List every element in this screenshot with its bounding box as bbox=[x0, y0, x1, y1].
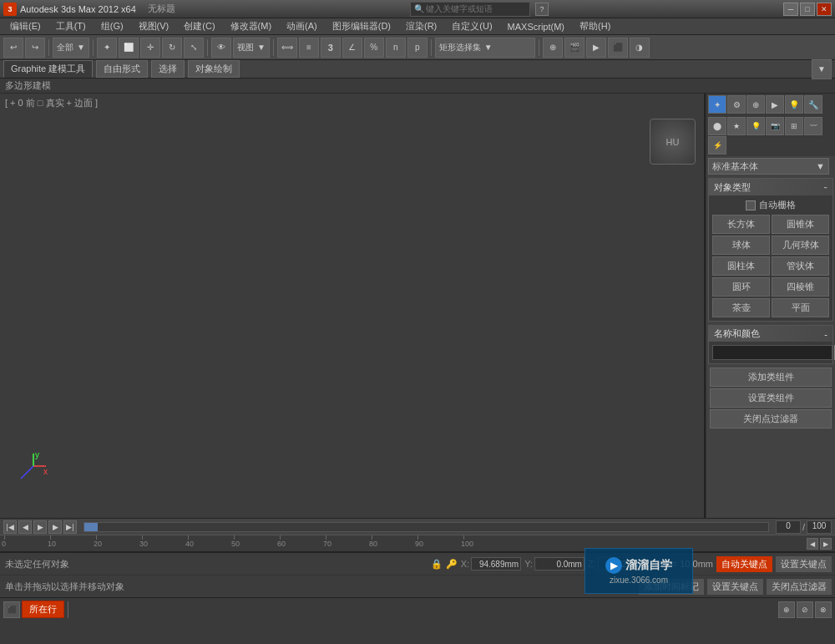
rp-name-input[interactable] bbox=[712, 345, 832, 360]
menu-render[interactable]: 渲染(R) bbox=[399, 18, 443, 34]
menu-view[interactable]: 视图(V) bbox=[132, 18, 176, 34]
rp-tab-hierarchy[interactable]: ⊕ bbox=[746, 95, 765, 114]
snap2d-btn[interactable]: n bbox=[386, 38, 406, 58]
rp-name-color-header[interactable]: 名称和颜色 - bbox=[709, 326, 832, 342]
rp-collapse-btn[interactable]: - bbox=[823, 180, 827, 194]
mirror-btn[interactable]: ⟺ bbox=[277, 38, 297, 58]
coord-x-input[interactable] bbox=[471, 557, 521, 570]
menu-tools[interactable]: 工具(T) bbox=[49, 18, 93, 34]
bt-right2[interactable]: ⊘ bbox=[797, 601, 813, 618]
snap-btn[interactable]: 3 bbox=[321, 38, 341, 58]
bt-right3[interactable]: ⊗ bbox=[815, 601, 832, 618]
menu-edit[interactable]: 编辑(E) bbox=[3, 18, 48, 34]
timeline-slider[interactable] bbox=[84, 522, 769, 532]
rp-plane-btn[interactable]: 平面 bbox=[772, 298, 829, 317]
align-btn[interactable]: ≡ bbox=[299, 38, 319, 58]
rp-spacewarps-btn[interactable]: 〰 bbox=[804, 117, 822, 135]
graphite-expand-btn[interactable]: ▼ bbox=[812, 59, 832, 79]
auto-key-btn[interactable]: 自动关键点 bbox=[716, 556, 772, 572]
help-btn[interactable]: ? bbox=[535, 3, 549, 16]
bt-expand-btn[interactable]: ⬛ bbox=[3, 601, 20, 618]
rp-auto-grid-checkbox[interactable] bbox=[746, 200, 756, 210]
frame-total[interactable]: 100 bbox=[807, 520, 832, 534]
set-key-btn[interactable]: 设置关键点 bbox=[776, 556, 832, 572]
close-filter-btn2[interactable]: 关闭点过滤器 bbox=[767, 579, 832, 595]
minimize-btn[interactable]: ─ bbox=[783, 3, 798, 16]
rp-lights-btn[interactable]: 💡 bbox=[746, 117, 765, 135]
rp-tab-modify[interactable]: ⚙ bbox=[727, 95, 746, 114]
rp-tab-motion[interactable]: ▶ bbox=[766, 95, 784, 114]
render-setup-btn[interactable]: 🎬 bbox=[564, 38, 584, 58]
layer-btn[interactable]: ⊕ bbox=[543, 38, 563, 58]
rp-helpers-btn[interactable]: ⊞ bbox=[785, 117, 803, 135]
rp-cylinder-btn[interactable]: 圆柱体 bbox=[712, 256, 770, 276]
rp-systems-btn[interactable]: ⚡ bbox=[708, 136, 726, 155]
ruler-left-btn[interactable]: ◀ bbox=[807, 538, 818, 550]
rp-tube-btn[interactable]: 管状体 bbox=[772, 256, 829, 276]
render-btn[interactable]: ▶ bbox=[586, 38, 606, 58]
graphite-tab-selection[interactable]: 选择 bbox=[151, 60, 185, 78]
scale-btn[interactable]: ⤡ bbox=[184, 38, 204, 58]
rp-add-class-btn[interactable]: 添加类组件 bbox=[710, 368, 832, 387]
set-key-points-btn[interactable]: 设置关键点 bbox=[707, 579, 763, 595]
close-btn[interactable]: ✕ bbox=[817, 3, 832, 16]
search-input[interactable] bbox=[426, 4, 526, 13]
menu-create[interactable]: 创建(C) bbox=[177, 18, 221, 34]
graphite-tab-freeform[interactable]: 自由形式 bbox=[96, 60, 148, 78]
rp-shapes-btn[interactable]: ★ bbox=[727, 117, 746, 135]
move-btn[interactable]: ✛ bbox=[140, 38, 160, 58]
redo-btn[interactable]: ↪ bbox=[25, 38, 45, 58]
tl-prev-frame-btn[interactable]: ◀ bbox=[18, 520, 32, 534]
viewcube-widget[interactable]: HU bbox=[650, 119, 696, 165]
rotate-btn[interactable]: ↻ bbox=[162, 38, 182, 58]
menu-animation[interactable]: 动画(A) bbox=[280, 18, 324, 34]
selection-dropdown[interactable]: 全部 ▼ bbox=[53, 38, 89, 58]
rp-tab-create[interactable]: ✦ bbox=[708, 95, 726, 114]
tl-play-btn[interactable]: ▶ bbox=[33, 520, 47, 534]
tl-next-frame-btn[interactable]: ▶ bbox=[48, 520, 62, 534]
rp-set-class-btn[interactable]: 设置类组件 bbox=[710, 388, 832, 408]
rp-geosphere-btn[interactable]: 几何球体 bbox=[772, 236, 829, 255]
rp-box-btn[interactable]: 长方体 bbox=[712, 215, 770, 234]
rp-teapot-btn[interactable]: 茶壶 bbox=[712, 298, 770, 317]
rp-name-collapse-btn[interactable]: - bbox=[824, 329, 827, 339]
search-bar[interactable]: 🔍 bbox=[410, 2, 530, 17]
select-btn[interactable]: ✦ bbox=[97, 38, 117, 58]
rp-tab-display[interactable]: 💡 bbox=[785, 95, 803, 114]
rp-type-dropdown[interactable]: 标准基本体 ▼ bbox=[708, 158, 829, 175]
snap-angle-btn[interactable]: ∠ bbox=[342, 38, 362, 58]
activeshade-btn[interactable]: ◑ bbox=[630, 38, 650, 58]
rp-geometry-btn[interactable]: ⬤ bbox=[708, 117, 726, 135]
viewport[interactable]: [ + 0 前 □ 真实 + 边面 ] HU x y bbox=[0, 94, 706, 518]
rp-pyramid-btn[interactable]: 四棱锥 bbox=[772, 277, 829, 297]
graphite-tab-object-paint[interactable]: 对象绘制 bbox=[188, 60, 240, 78]
ruler-right-btn[interactable]: ▶ bbox=[820, 538, 832, 550]
bt-all-rows-btn[interactable]: 所在行 bbox=[22, 601, 64, 618]
menu-maxscript[interactable]: MAXScript(M) bbox=[501, 20, 571, 33]
named-selection-dropdown[interactable]: 矩形选择集▼ bbox=[435, 38, 535, 58]
tl-go-start-btn[interactable]: |◀ bbox=[3, 520, 17, 534]
menu-modifiers[interactable]: 修改器(M) bbox=[224, 18, 279, 34]
render-frame-btn[interactable]: ⬛ bbox=[608, 38, 628, 58]
frame-current[interactable]: 0 bbox=[776, 520, 801, 534]
menu-customize[interactable]: 自定义(U) bbox=[445, 18, 498, 34]
graphite-tab-modeling[interactable]: Graphite 建模工具 bbox=[3, 60, 93, 78]
menu-group[interactable]: 组(G) bbox=[94, 18, 130, 34]
rp-object-types-header[interactable]: 对象类型 - bbox=[709, 179, 832, 195]
menu-graph-editor[interactable]: 图形编辑器(D) bbox=[326, 18, 397, 34]
coord-y-input[interactable] bbox=[534, 557, 584, 570]
rp-close-filter-btn[interactable]: 关闭点过滤器 bbox=[710, 409, 832, 428]
undo-btn[interactable]: ↩ bbox=[3, 38, 23, 58]
rp-sphere-btn[interactable]: 球体 bbox=[712, 236, 770, 255]
rp-torus-btn[interactable]: 圆环 bbox=[712, 277, 770, 297]
bt-right1[interactable]: ⊕ bbox=[778, 601, 795, 618]
view-dropdown[interactable]: 视图▼ bbox=[233, 38, 270, 58]
rp-cone-btn[interactable]: 圆锥体 bbox=[772, 215, 829, 234]
tl-go-end-btn[interactable]: ▶| bbox=[63, 520, 77, 534]
rp-cameras-btn[interactable]: 📷 bbox=[766, 117, 784, 135]
maximize-btn[interactable]: □ bbox=[800, 3, 815, 16]
snap-percent2-btn[interactable]: p bbox=[407, 38, 428, 58]
view-btn[interactable]: 👁 bbox=[211, 38, 231, 58]
rp-tab-utilities[interactable]: 🔧 bbox=[804, 95, 822, 114]
timeline-thumb[interactable] bbox=[84, 523, 98, 531]
